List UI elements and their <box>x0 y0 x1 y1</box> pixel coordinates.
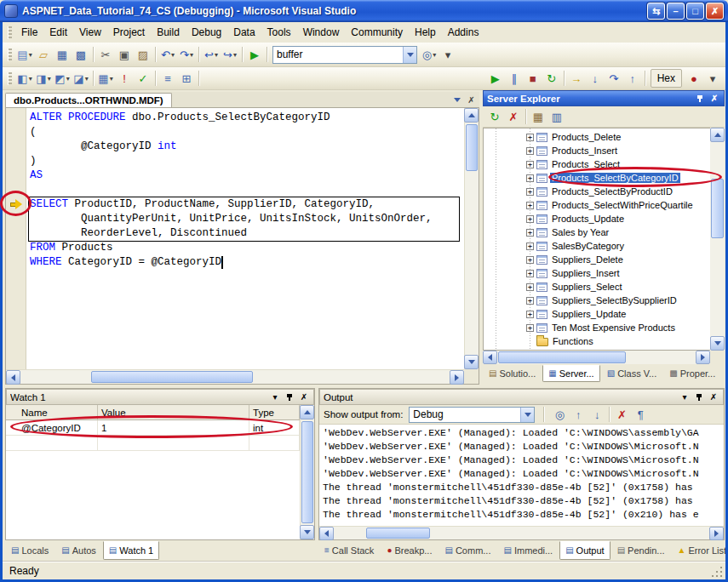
add-new-item-button[interactable]: ▤▾ <box>15 45 34 64</box>
show-sql-pane-button[interactable]: ◩▾ <box>53 69 72 88</box>
scroll-up-button[interactable] <box>710 128 725 142</box>
scroll-up-button[interactable] <box>300 405 314 419</box>
toolbar-grip[interactable] <box>8 72 12 85</box>
clear-all-button[interactable]: ✗ <box>612 405 631 424</box>
code-editor[interactable]: ALTER PROCEDURE dbo.Products_SelectByCat… <box>5 108 479 385</box>
code-line[interactable]: ReorderLevel, Discontinued <box>30 226 464 241</box>
scroll-up-button[interactable] <box>464 108 479 123</box>
tree-vertical-scrollbar[interactable] <box>710 128 725 351</box>
show-next-statement-button[interactable]: → <box>567 69 586 88</box>
tab-output[interactable]: ▤Output <box>559 541 610 560</box>
close-button[interactable]: ✗ <box>706 3 724 20</box>
close-document-button[interactable]: ✗ <box>465 94 478 106</box>
server-explorer-header[interactable]: Server Explorer ✗ <box>483 90 725 106</box>
tab-error-list[interactable]: ▲Error List <box>672 541 728 560</box>
save-button[interactable]: ▦ <box>53 45 72 64</box>
window-position-button[interactable]: ⇆ <box>647 3 665 20</box>
active-files-dropdown-button[interactable] <box>450 94 463 106</box>
expander-icon[interactable]: + <box>526 297 534 305</box>
menu-addins[interactable]: Addins <box>442 24 485 41</box>
tree-item-products-selectbyproductid[interactable]: +Products_SelectByProductID <box>484 185 710 198</box>
navigate-forward-button[interactable]: ↪▾ <box>221 45 239 64</box>
scroll-right-button[interactable] <box>696 351 710 364</box>
watch-vertical-scrollbar[interactable] <box>300 405 314 539</box>
expander-icon[interactable]: + <box>526 161 534 168</box>
scrollbar-thumb[interactable] <box>466 124 478 171</box>
breakpoints-window-button[interactable]: ● <box>685 69 703 88</box>
tool-tab-class-v[interactable]: ▧Class V... <box>601 365 663 382</box>
toolbar-options-button[interactable]: ▾ <box>439 45 457 64</box>
tree-horizontal-scrollbar[interactable] <box>483 351 710 364</box>
minimize-button[interactable]: – <box>667 3 685 20</box>
watch-empty-row[interactable] <box>6 436 300 451</box>
editor-horizontal-scrollbar[interactable] <box>6 369 464 384</box>
cut-button[interactable]: ✂ <box>96 45 115 64</box>
stop-refresh-button[interactable]: ✗ <box>504 107 523 126</box>
tree-item-functions[interactable]: Functions <box>484 334 710 348</box>
continue-button[interactable]: ▶ <box>486 69 505 88</box>
tree-item-products-selectbycategoryid[interactable]: +Products_SelectByCategoryID <box>484 171 710 185</box>
start-debugging-button[interactable]: ▶ <box>245 45 264 64</box>
tool-tab-server[interactable]: ▦Server... <box>542 365 599 382</box>
code-line[interactable]: FROM Products <box>30 241 464 255</box>
tree-item-sales-by-year[interactable]: +Sales by Year <box>484 225 710 239</box>
expander-icon[interactable]: + <box>526 188 534 196</box>
scrollbar-thumb[interactable] <box>366 528 430 539</box>
menu-build[interactable]: Build <box>151 24 186 41</box>
menu-community[interactable]: Community <box>345 24 409 41</box>
scrollbar-thumb[interactable] <box>711 179 724 238</box>
code-line[interactable]: ALTER PROCEDURE dbo.Products_SelectByCat… <box>30 111 464 125</box>
watch-row[interactable]: @CategoryID1int <box>6 420 300 436</box>
tab-watch-1[interactable]: ▤Watch 1 <box>103 541 159 560</box>
expander-icon[interactable]: + <box>526 215 534 223</box>
menu-tools[interactable]: Tools <box>261 24 297 41</box>
refresh-button[interactable]: ↻ <box>485 107 504 126</box>
menu-file[interactable]: File <box>15 24 43 41</box>
editor-vertical-scrollbar[interactable] <box>464 108 479 369</box>
output-horizontal-scrollbar[interactable] <box>319 526 724 539</box>
close-panel-button[interactable]: ✗ <box>708 391 719 402</box>
execute-query-button[interactable]: ! <box>115 69 134 88</box>
code-content[interactable]: ALTER PROCEDURE dbo.Products_SelectByCat… <box>26 108 464 369</box>
scroll-down-button[interactable] <box>464 355 479 369</box>
toggle-word-wrap-button[interactable]: ¶ <box>631 405 650 424</box>
scroll-left-button[interactable] <box>6 370 20 385</box>
combo-dropdown-button[interactable] <box>403 47 416 63</box>
code-line[interactable]: ( <box>30 125 464 140</box>
tree-item-products-insert[interactable]: +Products_Insert <box>484 144 710 157</box>
tree-item-suppliers-selectbysupplierid[interactable]: +Suppliers_SelectBySupplierID <box>484 294 710 307</box>
tree-item-salesbycategory[interactable]: +SalesByCategory <box>484 239 710 253</box>
expander-icon[interactable]: + <box>526 229 534 237</box>
output-text[interactable]: 'WebDev.WebServer.EXE' (Managed): Loaded… <box>319 425 724 526</box>
step-out-button[interactable]: ↑ <box>623 69 642 88</box>
save-all-button[interactable]: ▩ <box>72 45 90 64</box>
show-results-pane-button[interactable]: ◪▾ <box>72 69 90 88</box>
maximize-button[interactable]: □ <box>686 3 704 20</box>
scrollbar-thumb[interactable] <box>301 421 313 523</box>
tool-tab-proper[interactable]: ▩Proper... <box>663 365 721 382</box>
watch-column-value[interactable]: Value <box>98 405 249 420</box>
undo-button[interactable]: ↶▾ <box>158 45 177 64</box>
expander-icon[interactable]: + <box>526 242 534 250</box>
scroll-right-button[interactable] <box>450 370 464 385</box>
expander-icon[interactable]: + <box>526 270 534 277</box>
tab-autos[interactable]: ▤Autos <box>55 541 102 560</box>
add-table-button[interactable]: ⊞ <box>177 69 196 88</box>
tree-item-suppliers-delete[interactable]: +Suppliers_Delete <box>484 253 710 266</box>
editor-gutter[interactable] <box>6 108 26 369</box>
navigate-backward-button[interactable]: ↩▾ <box>202 45 221 64</box>
tab-immedi[interactable]: ▤Immedi... <box>497 541 559 560</box>
code-line[interactable]: SELECT ProductID, ProductName, SupplierI… <box>30 197 464 212</box>
watch-header[interactable]: Watch 1 ▾ ✗ <box>6 389 314 405</box>
code-line[interactable]: AS <box>30 168 464 183</box>
expander-icon[interactable]: + <box>526 256 534 264</box>
tab-breakp[interactable]: ●Breakp... <box>381 541 438 560</box>
menu-edit[interactable]: Edit <box>43 24 73 41</box>
tab-locals[interactable]: ▤Locals <box>5 541 54 560</box>
redo-button[interactable]: ↷▾ <box>177 45 196 64</box>
scroll-right-button[interactable] <box>709 527 724 540</box>
tree-item-products-selectwithpricequartile[interactable]: +Products_SelectWithPriceQuartile <box>484 198 710 212</box>
combo-dropdown-button[interactable] <box>520 408 534 422</box>
tree-item-suppliers-select[interactable]: +Suppliers_Select <box>484 280 710 294</box>
title-bar[interactable]: ASPNET_Data_Tutorial_74_CS (Debugging) -… <box>0 0 728 22</box>
